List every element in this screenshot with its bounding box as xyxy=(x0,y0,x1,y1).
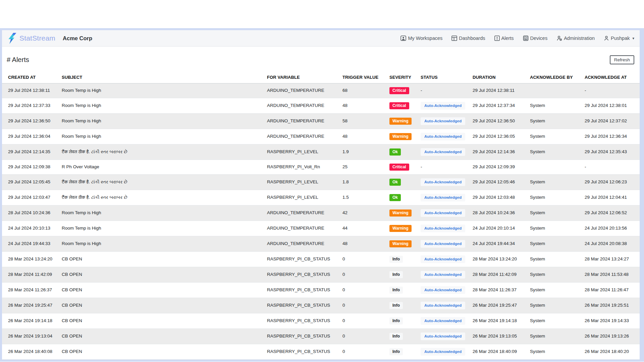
brand-logo[interactable]: StatStream xyxy=(7,33,55,44)
cell-subject: टैंक लेवल ठीक है. ટાંકી સ્તર બરાબર છે xyxy=(59,144,264,160)
cell-acknowledge-at: 29 Jul 2024 12:06:52 xyxy=(582,205,640,221)
cell-created-at: 28 Mar 2024 13:24:20 xyxy=(2,251,59,267)
status-badge[interactable]: Auto-Acknowledged xyxy=(421,240,465,248)
cell-status: Auto-Acknowledged xyxy=(418,236,470,251)
dashboards-icon xyxy=(451,36,457,41)
nav-item-label: Pushpak xyxy=(611,36,630,41)
cell-duration: 29 Jul 2024 12:36:50 xyxy=(470,113,527,129)
cell-created-at: 26 Mar 2024 19:25:47 xyxy=(2,298,59,313)
status-badge[interactable]: Auto-Acknowledged xyxy=(421,348,465,356)
nav-item-label: Alerts xyxy=(501,36,514,41)
cell-created-at: 28 Mar 2024 11:42:09 xyxy=(2,267,59,282)
cell-for-variable: ARDUINO_TEMPERATURE xyxy=(264,113,340,129)
page-title: # Alerts xyxy=(7,56,29,64)
column-header-subject: SUBJECT xyxy=(59,72,264,83)
nav-item-administration[interactable]: Administration xyxy=(556,36,595,41)
status-badge[interactable]: Auto-Acknowledged xyxy=(421,317,465,325)
severity-badge: Warning xyxy=(389,225,412,232)
cell-status: Auto-Acknowledged xyxy=(418,144,470,160)
cell-duration: 29 Jul 2024 12:14:36 xyxy=(470,144,527,160)
table-row: 28 Mar 2024 11:26:37CB OPENRASPBERRY_PI_… xyxy=(2,282,640,298)
status-badge[interactable]: Auto-Acknowledged xyxy=(421,148,465,156)
cell-acknowledge-at: 26 Mar 2024 19:14:33 xyxy=(582,313,640,328)
cell-trigger-value: 0 xyxy=(340,267,387,282)
severity-badge: Info xyxy=(389,302,403,309)
alerts-page: StatStream Acme Corp My WorkspacesDashbo… xyxy=(0,28,644,362)
status-badge[interactable]: Auto-Acknowledged xyxy=(421,178,465,186)
cell-for-variable: ARDUINO_TEMPERATURE xyxy=(264,98,340,113)
nav-item-my-workspaces[interactable]: My Workspaces xyxy=(400,36,442,41)
column-header-trigger-value: TRIGGER VALUE xyxy=(340,72,387,83)
status-badge[interactable]: Auto-Acknowledged xyxy=(421,271,465,279)
table-row: 29 Jul 2024 12:03:47टैंक लेवल ठीक है. ટા… xyxy=(2,190,640,205)
cell-severity: Info xyxy=(387,251,418,267)
cell-acknowledge-at: 29 Jul 2024 12:36:34 xyxy=(582,129,640,144)
nav-item-alerts[interactable]: Alerts xyxy=(494,36,514,41)
cell-created-at: 26 Mar 2024 19:14:18 xyxy=(2,313,59,328)
cell-created-at: 29 Jul 2024 12:03:47 xyxy=(2,190,59,205)
cell-status: Auto-Acknowledged xyxy=(418,282,470,298)
cell-created-at: 29 Jul 2024 12:36:04 xyxy=(2,129,59,144)
nav-item-label: My Workspaces xyxy=(408,36,442,41)
status-badge[interactable]: Auto-Acknowledged xyxy=(421,302,465,309)
nav-item-devices[interactable]: Devices xyxy=(523,36,548,41)
cell-for-variable: ARDUINO_TEMPERATURE xyxy=(264,129,340,144)
severity-badge: Ok xyxy=(389,194,401,201)
brand-name: StatStream xyxy=(19,34,55,42)
cell-acknowledge-at: 26 Mar 2024 18:40:20 xyxy=(582,344,640,359)
cell-created-at: 29 Jul 2024 12:37:33 xyxy=(2,98,59,113)
cell-status: Auto-Acknowledged xyxy=(418,174,470,190)
status-badge[interactable]: Auto-Acknowledged xyxy=(421,117,465,125)
cell-severity: Info xyxy=(387,313,418,328)
cell-created-at: 29 Jul 2024 12:36:50 xyxy=(2,113,59,129)
status-badge[interactable]: Auto-Acknowledged xyxy=(421,286,465,294)
status-badge[interactable]: Auto-Acknowledged xyxy=(421,333,465,340)
cell-subject: R Ph Over Voltage xyxy=(59,160,264,174)
cell-subject: CB OPEN xyxy=(59,313,264,328)
severity-badge: Info xyxy=(389,333,403,340)
column-header-duration: DURATION xyxy=(470,72,527,83)
cell-trigger-value: 48 xyxy=(340,236,387,251)
cell-severity: Critical xyxy=(387,98,418,113)
cell-duration: 29 Jul 2024 12:05:46 xyxy=(470,174,527,190)
cell-acknowledge-at: 29 Jul 2024 12:37:02 xyxy=(582,113,640,129)
refresh-button[interactable]: Refresh xyxy=(610,55,634,64)
severity-badge: Info xyxy=(389,317,403,324)
alerts-table-head: CREATED ATSUBJECTFOR VARIABLETRIGGER VAL… xyxy=(2,72,640,83)
cell-subject: CB OPEN xyxy=(59,251,264,267)
user-icon xyxy=(604,36,609,41)
nav-item-dashboards[interactable]: Dashboards xyxy=(451,36,485,41)
cell-acknowledge-by: System xyxy=(527,190,582,205)
cell-duration: 26 Mar 2024 19:25:47 xyxy=(470,298,527,313)
cell-severity: Ok xyxy=(387,144,418,160)
severity-badge: Warning xyxy=(389,118,412,125)
cell-acknowledge-at: - xyxy=(582,160,640,174)
cell-for-variable: RASPBERRY_PI_LEVEL xyxy=(264,174,340,190)
status-badge[interactable]: Auto-Acknowledged xyxy=(421,225,465,232)
cell-status: Auto-Acknowledged xyxy=(418,328,470,344)
cell-acknowledge-at: 29 Jul 2024 12:38:01 xyxy=(582,98,640,113)
cell-acknowledge-at: 29 Jul 2024 12:04:41 xyxy=(582,190,640,205)
cell-trigger-value: 48 xyxy=(340,98,387,113)
cell-for-variable: RASPBERRY_PI_CB_STATUS xyxy=(264,344,340,359)
table-row: 28 Jul 2024 10:24:36Room Temp is HighARD… xyxy=(2,205,640,221)
status-badge[interactable]: Auto-Acknowledged xyxy=(421,133,465,140)
cell-created-at: 26 Mar 2024 19:13:04 xyxy=(2,328,59,344)
status-badge[interactable]: Auto-Acknowledged xyxy=(421,102,465,110)
status-badge[interactable]: Auto-Acknowledged xyxy=(421,209,465,217)
cell-trigger-value: 44 xyxy=(340,221,387,236)
cell-created-at: 29 Jul 2024 12:38:11 xyxy=(2,83,59,98)
table-row: 28 Mar 2024 13:24:20CB OPENRASPBERRY_PI_… xyxy=(2,251,640,267)
status-badge[interactable]: Auto-Acknowledged xyxy=(421,194,465,201)
cell-subject: टैंक लेवल ठीक है. ટાંકી સ્તર બરાબર છે xyxy=(59,174,264,190)
cell-trigger-value: 0 xyxy=(340,251,387,267)
table-row: 28 Mar 2024 11:42:09CB OPENRASPBERRY_PI_… xyxy=(2,267,640,282)
cell-status: Auto-Acknowledged xyxy=(418,129,470,144)
cell-status: Auto-Acknowledged xyxy=(418,267,470,282)
nav-item-label: Devices xyxy=(530,36,548,41)
status-badge[interactable]: Auto-Acknowledged xyxy=(421,255,465,263)
cell-duration: 26 Mar 2024 19:13:05 xyxy=(470,328,527,344)
cell-trigger-value: 0 xyxy=(340,328,387,344)
column-header-acknowledge-by: ACKNOWLEDGE BY xyxy=(527,72,582,83)
nav-item-pushpak[interactable]: Pushpak▾ xyxy=(604,36,634,41)
